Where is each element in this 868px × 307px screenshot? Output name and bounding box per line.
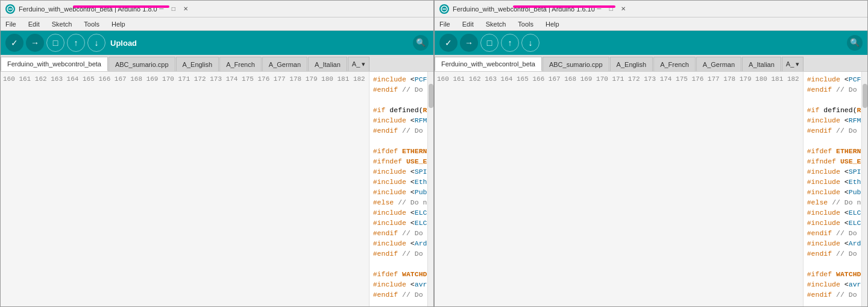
left-ide-window: Ferduino_with_webcontrol_beta | Arduino … [0,0,434,307]
right-code-area: 160 161 162 163 164 165 166 167 168 169 … [435,72,867,306]
left-line-numbers: 160 161 162 163 164 165 166 167 168 169 … [1,72,370,306]
right-scrollbar[interactable] [861,72,867,306]
right-menu-bar: File Edit Sketch Tools Help [435,17,867,31]
left-code-content[interactable]: #include <PCF8575.h> #endif // Do not ch… [370,72,427,306]
right-save-button[interactable]: ↓ [521,34,539,52]
right-scrollbar-thumb[interactable] [863,84,867,108]
right-verify-button[interactable]: ✓ [439,34,458,52]
left-scrollbar[interactable] [427,72,433,306]
left-close-button[interactable]: ✕ [181,5,190,13]
right-search-button[interactable]: 🔍 [847,35,863,51]
right-title-bar: Ferduino_with_webcontrol_beta | Arduino … [435,1,867,17]
left-maximize-button[interactable]: □ [169,5,178,13]
right-new-button[interactable]: □ [480,34,498,52]
left-tabs-bar: Ferduino_with_webcontrol_beta ABC_sumari… [1,55,433,72]
left-upload-label: Upload [110,39,410,48]
right-menu-sketch[interactable]: Sketch [483,19,509,29]
left-pink-highlight [73,5,169,8]
left-tab-english[interactable]: A_English [176,57,219,71]
right-tab-italian[interactable]: A_Italian [742,57,781,71]
right-open-button[interactable]: ↑ [501,34,519,52]
left-toolbar: ✓ → □ ↑ ↓ Upload 🔍 [1,31,433,55]
arduino-logo-left [5,4,15,14]
right-menu-help[interactable]: Help [543,19,562,29]
left-tab-main[interactable]: Ferduino_with_webcontrol_beta [1,57,108,71]
left-menu-bar: File Edit Sketch Tools Help [1,17,433,31]
left-save-button[interactable]: ↓ [87,34,105,52]
left-tab-french[interactable]: A_French [219,57,262,71]
left-menu-edit[interactable]: Edit [26,19,42,29]
right-tab-english[interactable]: A_English [610,57,653,71]
left-menu-file[interactable]: File [3,19,19,29]
left-code-area: 160 161 162 163 164 165 166 167 168 169 … [1,72,433,306]
left-tab-italian[interactable]: A_Italian [308,57,347,71]
right-tab-main[interactable]: Ferduino_with_webcontrol_beta [435,57,542,71]
right-tabs-bar: Ferduino_with_webcontrol_beta ABC_sumari… [435,55,867,72]
left-tab-more[interactable]: A_ ▾ [348,57,370,71]
right-toolbar: ✓ → □ ↑ ↓ 🔍 [435,31,867,55]
right-menu-file[interactable]: File [437,19,453,29]
right-pink-highlight [513,5,615,8]
right-ide-window: Ferduino_with_webcontrol_beta | Arduino … [434,0,868,307]
left-scrollbar-thumb[interactable] [429,84,433,108]
right-tab-german[interactable]: A_German [696,57,741,71]
right-tab-more[interactable]: A_ ▾ [782,57,804,71]
right-menu-tools[interactable]: Tools [515,19,536,29]
left-menu-tools[interactable]: Tools [81,19,102,29]
right-tab-french[interactable]: A_French [653,57,696,71]
left-tab-german[interactable]: A_German [262,57,307,71]
right-line-numbers: 160 161 162 163 164 165 166 167 168 169 … [435,72,804,306]
left-search-button[interactable]: 🔍 [413,35,429,51]
left-tab-abc[interactable]: ABC_sumario.cpp [108,57,175,71]
left-open-button[interactable]: ↑ [67,34,85,52]
left-upload-button[interactable]: → [26,34,44,52]
left-verify-button[interactable]: ✓ [5,34,24,52]
right-upload-button[interactable]: → [460,34,478,52]
right-close-button[interactable]: ✕ [619,5,627,13]
arduino-logo-right [439,4,449,14]
left-new-button[interactable]: □ [46,34,64,52]
right-code-content[interactable]: #include <PCF8575.h> #endif // Do not ch… [804,72,861,306]
left-menu-sketch[interactable]: Sketch [49,19,75,29]
left-title-bar: Ferduino_with_webcontrol_beta | Arduino … [1,1,433,17]
left-menu-help[interactable]: Help [109,19,128,29]
right-menu-edit[interactable]: Edit [460,19,476,29]
right-tab-abc[interactable]: ABC_sumario.cpp [542,57,609,71]
